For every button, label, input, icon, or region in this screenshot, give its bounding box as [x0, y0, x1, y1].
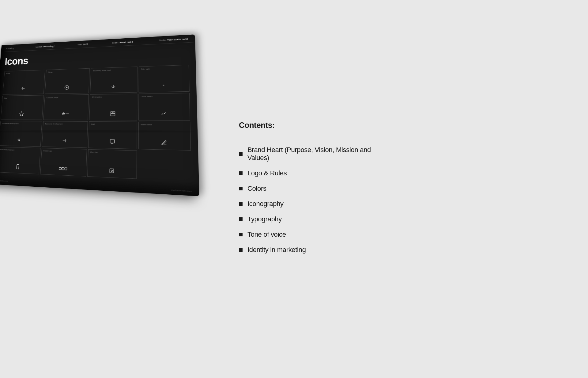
contents-item-logo: Logo & Rules [239, 166, 392, 181]
icon-cell-qa: Q&A [88, 121, 137, 149]
svg-rect-23 [110, 169, 114, 173]
icon-cell-wireframe: Wireframing [89, 94, 137, 120]
contents-item-identity: Identity in marketing [239, 242, 392, 258]
svg-point-9 [67, 113, 68, 114]
book-content: Icons Arrow Player [0, 42, 199, 188]
svg-point-8 [66, 113, 66, 114]
svg-rect-18 [59, 167, 61, 170]
contents-item-iconography: Iconography [239, 196, 392, 212]
icon-cell-arrow: Arrow [3, 70, 45, 95]
bullet-logo [239, 171, 243, 175]
svg-marker-5 [19, 112, 24, 116]
contents-item-typography: Typography [239, 212, 392, 227]
book-header-market: Market: Technology [36, 45, 55, 48]
icon-cell-title: Title, topic [139, 65, 190, 92]
icon-cell-blockchain: Blockchain [40, 148, 87, 177]
book-footer: nt-website.com studio-website.com [0, 180, 192, 192]
bullet-brand-heart [239, 152, 243, 156]
contents-text-tone: Tone of voice [247, 231, 286, 239]
svg-rect-13 [111, 113, 115, 116]
contents-panel: Contents: Brand Heart (Purpose, Vision, … [239, 120, 392, 258]
icon-cell-uxui: UX/UI Design [138, 93, 190, 120]
icon-cell-checkbox: Checkbox [87, 149, 137, 179]
book-footer-left: nt-website.com [0, 180, 8, 182]
bullet-colors [239, 187, 243, 190]
book-title: Icons [4, 48, 189, 67]
icon-cell-star: Star [1, 95, 44, 120]
svg-point-14 [165, 113, 166, 113]
book-header-client: Client: Brand name [112, 41, 133, 44]
svg-rect-11 [111, 112, 113, 113]
contents-text-iconography: Iconography [247, 200, 284, 208]
contents-item-colors: Colors [239, 181, 392, 196]
contents-item-brand-heart: Brand Heart (Purpose, Vision, Mission an… [239, 142, 392, 166]
book-header-year: Year: 2020 [77, 43, 88, 46]
svg-rect-19 [62, 168, 64, 170]
bullet-tone [239, 233, 243, 236]
book-header-studio: Studio: Your studio name [159, 38, 188, 41]
icon-cell-maintenance: Maintenance [138, 122, 191, 151]
bullet-typography [239, 217, 243, 221]
svg-point-4 [163, 85, 164, 86]
contents-text-logo: Logo & Rules [247, 169, 287, 177]
book-footer-right: studio-website.com [171, 189, 192, 192]
contents-text-typography: Typography [247, 215, 282, 223]
svg-marker-2 [66, 86, 68, 88]
icon-cell-player: Player [45, 68, 89, 94]
book-wrapper: Branding Market: Technology Year: 2020 C… [0, 37, 196, 196]
book-page: Branding Market: Technology Year: 2020 C… [0, 34, 199, 196]
contents-list: Brand Heart (Purpose, Vision, Mission an… [239, 142, 392, 258]
contents-text-identity: Identity in marketing [247, 246, 306, 254]
svg-marker-7 [63, 113, 64, 114]
contents-text-colors: Colors [247, 185, 266, 193]
contents-text-brand-heart: Brand Heart (Purpose, Vision, Mission an… [247, 146, 392, 162]
svg-rect-20 [65, 168, 67, 170]
svg-rect-16 [17, 164, 19, 169]
book-side: Branding Market: Technology Year: 2020 C… [0, 0, 208, 378]
svg-point-24 [111, 170, 112, 172]
icon-cell-mobile: Mobile development [0, 147, 40, 174]
contents-side: Contents: Brand Heart (Purpose, Vision, … [208, 0, 588, 378]
contents-title: Contents: [239, 120, 392, 130]
icon-cell-carousel: Carousel player [43, 94, 89, 120]
icon-cell-backend: Back-end development [42, 121, 88, 148]
bullet-identity [239, 248, 243, 252]
icon-cell-secondary-arrow: Secondary arrow (nav) [90, 67, 138, 93]
contents-item-tone: Tone of voice [239, 227, 392, 242]
icons-grid: Arrow Player Secondary arr [0, 65, 192, 181]
svg-point-10 [68, 113, 69, 114]
icon-cell-frontend: Front-end development [0, 121, 42, 147]
book-header-branding: Branding [6, 47, 14, 49]
svg-rect-12 [113, 112, 115, 113]
bullet-iconography [239, 202, 243, 206]
